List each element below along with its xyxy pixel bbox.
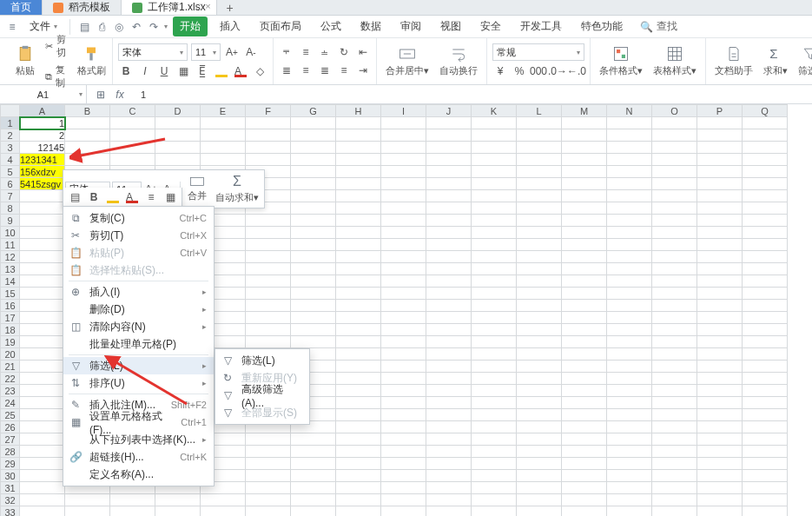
cell-N21[interactable] — [607, 361, 652, 373]
row-header-1[interactable]: 1 — [1, 117, 20, 129]
cell-J9[interactable] — [426, 215, 472, 227]
cell-G3[interactable] — [291, 142, 336, 154]
cell-Q10[interactable] — [743, 227, 788, 239]
cell-O19[interactable] — [652, 336, 697, 348]
col-header-M[interactable]: M — [562, 105, 607, 117]
cell-M6[interactable] — [562, 178, 607, 190]
bold-icon[interactable]: B — [118, 63, 134, 79]
cell-Q32[interactable] — [743, 494, 788, 506]
cell-A23[interactable] — [20, 385, 65, 397]
cell-J21[interactable] — [426, 361, 472, 373]
cell-F19[interactable] — [246, 336, 291, 348]
cell-I5[interactable] — [381, 166, 426, 178]
cell-A10[interactable] — [20, 227, 65, 239]
doc-helper-button[interactable]: 文档助手 — [711, 43, 756, 79]
justify-icon[interactable]: ≡ — [336, 63, 352, 78]
cell-F2[interactable] — [246, 129, 291, 142]
cell-O28[interactable] — [652, 446, 697, 458]
cell-H7[interactable] — [336, 190, 381, 202]
cell-K29[interactable] — [472, 458, 517, 470]
dec-decimal-icon[interactable]: ←.0 — [569, 63, 584, 79]
cell-K23[interactable] — [472, 385, 517, 397]
cell-K14[interactable] — [472, 275, 517, 288]
cell-N8[interactable] — [607, 202, 652, 215]
row-header-8[interactable]: 8 — [1, 202, 20, 215]
cell-K24[interactable] — [472, 397, 517, 409]
cell-L25[interactable] — [517, 409, 562, 421]
cell-G15[interactable] — [291, 288, 336, 300]
cell-P14[interactable] — [697, 275, 743, 288]
cell-O6[interactable] — [652, 178, 697, 190]
cell-P28[interactable] — [697, 446, 743, 458]
align-bottom-icon[interactable]: ⫨ — [317, 44, 333, 60]
cell-K15[interactable] — [472, 288, 517, 300]
cell-L4[interactable] — [517, 154, 562, 166]
col-header-N[interactable]: N — [607, 105, 652, 117]
cell-O4[interactable] — [652, 154, 697, 166]
row-header-28[interactable]: 28 — [1, 446, 20, 458]
cell-K13[interactable] — [472, 263, 517, 275]
mini-align-icon[interactable]: ≡ — [143, 189, 159, 205]
cell-P5[interactable] — [697, 166, 743, 178]
cell-L6[interactable] — [517, 178, 562, 190]
cell-P32[interactable] — [697, 494, 743, 506]
cell-I25[interactable] — [381, 409, 426, 421]
cell-H16[interactable] — [336, 300, 381, 312]
select-all-corner[interactable] — [1, 105, 20, 117]
cell-P15[interactable] — [697, 288, 743, 300]
cell-Q11[interactable] — [743, 239, 788, 251]
cell-N29[interactable] — [607, 458, 652, 470]
row-header-12[interactable]: 12 — [1, 251, 20, 263]
cell-Q6[interactable] — [743, 178, 788, 190]
cell-J26[interactable] — [426, 421, 472, 433]
cell-P12[interactable] — [697, 251, 743, 263]
cell-G8[interactable] — [291, 202, 336, 215]
cell-A8[interactable] — [20, 202, 65, 215]
col-header-A[interactable]: A — [20, 105, 65, 117]
cell-I8[interactable] — [381, 202, 426, 215]
orientation-icon[interactable]: ↻ — [336, 44, 352, 60]
cell-M33[interactable] — [562, 506, 607, 517]
cell-E33[interactable] — [201, 506, 246, 517]
font-size-select[interactable]: 11▾ — [191, 43, 221, 61]
cell-H32[interactable] — [336, 494, 381, 506]
cell-N17[interactable] — [607, 312, 652, 324]
cell-B32[interactable] — [65, 494, 110, 506]
cell-Q8[interactable] — [743, 202, 788, 215]
fx-expand-icon[interactable]: ⊞ — [94, 88, 108, 102]
cell-K19[interactable] — [472, 336, 517, 348]
cell-G13[interactable] — [291, 263, 336, 275]
ctx-item-0[interactable]: ⧉复制(C)Ctrl+C — [63, 209, 214, 227]
cell-J22[interactable] — [426, 373, 472, 385]
cell-H21[interactable] — [336, 361, 381, 373]
cell-C4[interactable] — [110, 154, 155, 166]
cell-I31[interactable] — [381, 482, 426, 494]
cell-J23[interactable] — [426, 385, 472, 397]
cell-N15[interactable] — [607, 288, 652, 300]
cell-N31[interactable] — [607, 482, 652, 494]
indent-inc-icon[interactable]: ⇥ — [355, 63, 371, 78]
cell-H28[interactable] — [336, 446, 381, 458]
cell-K33[interactable] — [472, 506, 517, 517]
cell-M2[interactable] — [562, 129, 607, 142]
save-icon[interactable]: ▤ — [77, 20, 91, 34]
cell-O25[interactable] — [652, 409, 697, 421]
col-header-P[interactable]: P — [697, 105, 743, 117]
cell-F9[interactable] — [246, 215, 291, 227]
cell-A6[interactable]: 5415zsgv — [20, 178, 65, 190]
cell-H3[interactable] — [336, 142, 381, 154]
cell-P27[interactable] — [697, 433, 743, 446]
sub-item-0[interactable]: ▽筛选(L) — [215, 352, 309, 369]
cell-I12[interactable] — [381, 251, 426, 263]
cell-G11[interactable] — [291, 239, 336, 251]
cell-D2[interactable] — [155, 129, 201, 142]
cell-Q19[interactable] — [743, 336, 788, 348]
cell-G2[interactable] — [291, 129, 336, 142]
cell-H9[interactable] — [336, 215, 381, 227]
col-header-H[interactable]: H — [336, 105, 381, 117]
cell-A15[interactable] — [20, 288, 65, 300]
cell-H20[interactable] — [336, 348, 381, 361]
cell-F1[interactable] — [246, 117, 291, 129]
row-header-22[interactable]: 22 — [1, 373, 20, 385]
cell-J19[interactable] — [426, 336, 472, 348]
